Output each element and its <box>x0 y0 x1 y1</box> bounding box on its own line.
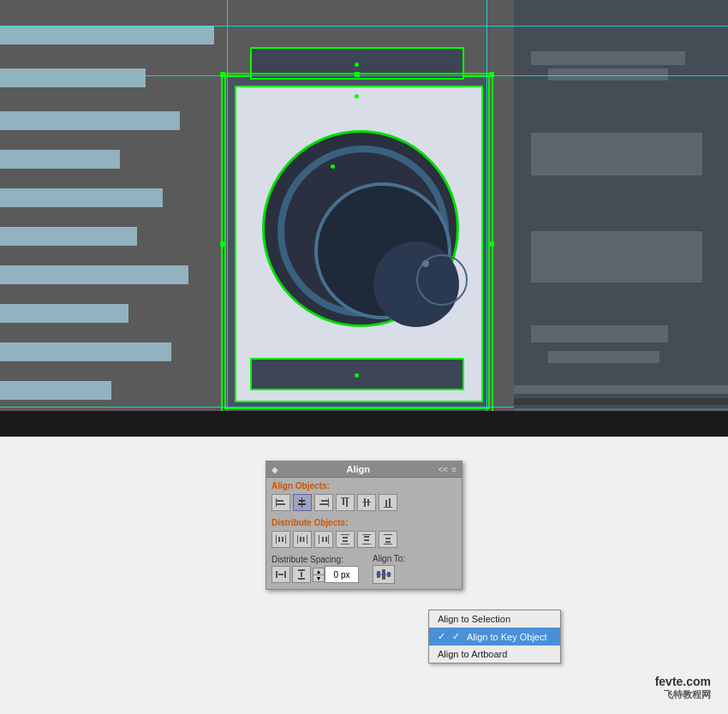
svg-rect-8 <box>319 503 328 505</box>
canvas-area <box>0 0 728 437</box>
dark-block-5 <box>531 325 668 342</box>
light-block-6 <box>0 227 137 246</box>
checkmark-1: ✓ <box>452 631 460 642</box>
spacing-input-row: ▲ ▼ <box>272 566 359 583</box>
dist-center-h-btn[interactable] <box>293 531 312 548</box>
dist-bottom-btn[interactable] <box>379 531 397 548</box>
align-objects-label: Align Objects: <box>266 478 462 492</box>
panel-menu-btn[interactable]: ≡ <box>451 465 456 474</box>
svg-rect-0 <box>276 498 277 507</box>
stepper-up[interactable]: ▲ <box>313 568 324 575</box>
svg-rect-36 <box>364 536 369 538</box>
svg-rect-51 <box>376 574 391 575</box>
svg-rect-23 <box>307 535 307 544</box>
dark-block-2 <box>548 68 668 80</box>
stepper-down[interactable]: ▼ <box>313 575 324 581</box>
svg-rect-17 <box>389 498 391 507</box>
svg-rect-13 <box>364 498 366 507</box>
align-bottom-btn[interactable] <box>379 494 397 511</box>
green-dot-1 <box>331 164 335 169</box>
selection-top-dot <box>355 94 359 98</box>
center-dot <box>422 260 429 267</box>
light-block-9 <box>0 342 171 361</box>
align-to-label: Align To: <box>373 554 405 563</box>
panel-collapse-btn[interactable]: << <box>438 465 448 474</box>
dropdown-item-label-2: Align to Artboard <box>438 649 507 659</box>
svg-rect-2 <box>277 503 285 505</box>
stepper-arrows[interactable]: ▲ ▼ <box>313 568 325 582</box>
svg-rect-39 <box>384 544 392 544</box>
svg-rect-22 <box>297 535 298 544</box>
dist-left-btn[interactable] <box>272 531 290 548</box>
watermark-site: fevte.com <box>655 675 711 688</box>
svg-rect-38 <box>384 534 392 535</box>
spacing-h-btn[interactable] <box>272 566 290 583</box>
svg-rect-25 <box>303 537 305 542</box>
align-objects-row <box>266 492 462 515</box>
spacing-input[interactable] <box>325 566 359 583</box>
svg-rect-46 <box>298 578 305 580</box>
dropdown-item-label-0: Align to Selection <box>438 614 510 624</box>
spacing-label: Distribute Spacing: <box>272 555 359 564</box>
guide-v1 <box>227 0 228 437</box>
svg-rect-30 <box>341 534 349 535</box>
svg-rect-42 <box>276 571 277 578</box>
panel-title: Align <box>346 464 370 474</box>
right-panel <box>514 0 728 437</box>
svg-rect-11 <box>346 498 348 507</box>
dist-center-v-btn[interactable] <box>357 531 376 548</box>
align-center-v-btn[interactable] <box>357 494 376 511</box>
drum-inner <box>373 241 459 327</box>
svg-rect-47 <box>301 572 302 577</box>
dropdown-item-1[interactable]: ✓ Align to Key Object <box>429 628 560 646</box>
dark-block-3 <box>531 133 702 176</box>
dropdown-item-2[interactable]: Align to Artboard <box>429 646 560 663</box>
light-block-2 <box>0 68 146 87</box>
svg-rect-43 <box>284 571 286 578</box>
svg-rect-45 <box>298 569 305 571</box>
dist-right-btn[interactable] <box>314 531 333 548</box>
distribute-objects-row <box>266 529 462 551</box>
light-block-8 <box>0 304 128 323</box>
spacing-v-btn[interactable] <box>292 566 311 583</box>
light-block-3 <box>0 111 180 130</box>
align-to-icon-btn[interactable] <box>373 565 395 584</box>
svg-rect-35 <box>362 544 371 544</box>
drum-ring1 <box>277 146 449 317</box>
svg-rect-24 <box>300 537 301 542</box>
align-right-btn[interactable] <box>314 494 333 511</box>
svg-rect-28 <box>322 537 324 542</box>
svg-rect-44 <box>278 574 283 575</box>
guide-h1 <box>0 75 728 76</box>
dropdown-item-label-1: Align to Key Object <box>467 632 547 642</box>
svg-rect-5 <box>298 503 306 505</box>
svg-rect-18 <box>276 535 277 544</box>
bottom-bar-dot <box>355 373 359 378</box>
align-to-section: Align To: <box>373 554 405 584</box>
watermark-subtitle: 飞特教程网 <box>655 688 711 701</box>
dark-bottom-strip <box>0 411 728 437</box>
dropdown-item-0[interactable]: Align to Selection <box>429 610 560 628</box>
align-center-h-btn[interactable] <box>293 494 312 511</box>
watermark: fevte.com 飞特教程网 <box>655 675 711 701</box>
svg-rect-12 <box>362 502 371 503</box>
svg-rect-16 <box>385 500 387 507</box>
svg-rect-32 <box>343 537 348 538</box>
svg-rect-10 <box>343 498 344 505</box>
dist-top-btn[interactable] <box>336 531 355 548</box>
drum-ring2 <box>314 182 451 319</box>
dark-block-1 <box>531 51 685 65</box>
svg-rect-14 <box>367 499 369 506</box>
top-bar-dot <box>355 62 359 67</box>
dark-stripe-1 <box>514 385 728 394</box>
align-left-btn[interactable] <box>272 494 290 511</box>
svg-rect-37 <box>364 539 369 541</box>
guide-v2 <box>486 0 487 437</box>
svg-rect-27 <box>328 535 329 544</box>
svg-rect-21 <box>282 537 283 542</box>
align-top-btn[interactable] <box>336 494 355 511</box>
drum-outer <box>262 130 459 327</box>
inner-circle <box>416 254 468 306</box>
align-panel: ◆ Align << ≡ Align Objects: <box>266 461 462 590</box>
dropdown-menu: Align to Selection ✓ Align to Key Object… <box>428 610 561 663</box>
